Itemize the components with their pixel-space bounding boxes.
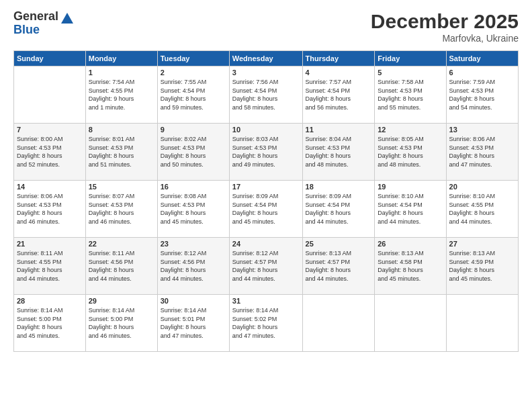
table-row bbox=[302, 295, 375, 352]
header: General Blue December 2025 Marfovka, Ukr… bbox=[13, 10, 519, 44]
table-row bbox=[446, 295, 518, 352]
day-number: 24 bbox=[232, 240, 300, 248]
table-row: 1Sunrise: 7:54 AMSunset: 4:55 PMDaylight… bbox=[85, 66, 157, 124]
day-number: 4 bbox=[306, 68, 372, 77]
day-info: Sunrise: 8:10 AMSunset: 4:55 PMDaylight:… bbox=[449, 192, 515, 226]
logo: General Blue bbox=[13, 10, 75, 37]
table-row: 27Sunrise: 8:13 AMSunset: 4:59 PMDayligh… bbox=[446, 238, 518, 295]
day-info: Sunrise: 8:11 AMSunset: 4:55 PMDaylight:… bbox=[17, 249, 83, 283]
day-info: Sunrise: 8:02 AMSunset: 4:53 PMDaylight:… bbox=[161, 135, 226, 169]
day-info: Sunrise: 8:09 AMSunset: 4:54 PMDaylight:… bbox=[306, 192, 372, 226]
day-info: Sunrise: 8:09 AMSunset: 4:54 PMDaylight:… bbox=[232, 192, 300, 226]
table-row: 12Sunrise: 8:05 AMSunset: 4:53 PMDayligh… bbox=[375, 124, 446, 181]
day-info: Sunrise: 8:04 AMSunset: 4:53 PMDaylight:… bbox=[306, 135, 372, 169]
table-row: 5Sunrise: 7:58 AMSunset: 4:53 PMDaylight… bbox=[375, 66, 446, 124]
calendar-week-row: 1Sunrise: 7:54 AMSunset: 4:55 PMDaylight… bbox=[14, 66, 519, 124]
day-info: Sunrise: 8:00 AMSunset: 4:53 PMDaylight:… bbox=[17, 135, 83, 169]
location-subtitle: Marfovka, Ukraine bbox=[371, 33, 519, 44]
day-number: 19 bbox=[378, 183, 443, 191]
table-row: 13Sunrise: 8:06 AMSunset: 4:53 PMDayligh… bbox=[446, 124, 518, 181]
title-block: December 2025 Marfovka, Ukraine bbox=[371, 10, 519, 44]
table-row: 9Sunrise: 8:02 AMSunset: 4:53 PMDaylight… bbox=[157, 124, 229, 181]
day-info: Sunrise: 7:56 AMSunset: 4:54 PMDaylight:… bbox=[232, 78, 300, 111]
calendar-table: Sunday Monday Tuesday Wednesday Thursday… bbox=[13, 50, 519, 352]
table-row: 26Sunrise: 8:13 AMSunset: 4:58 PMDayligh… bbox=[375, 238, 446, 295]
day-info: Sunrise: 8:07 AMSunset: 4:53 PMDaylight:… bbox=[89, 192, 154, 226]
day-number: 8 bbox=[89, 126, 154, 134]
day-info: Sunrise: 7:54 AMSunset: 4:55 PMDaylight:… bbox=[89, 78, 154, 111]
header-tuesday: Tuesday bbox=[157, 51, 229, 66]
table-row: 8Sunrise: 8:01 AMSunset: 4:53 PMDaylight… bbox=[85, 124, 157, 181]
table-row: 18Sunrise: 8:09 AMSunset: 4:54 PMDayligh… bbox=[302, 181, 375, 238]
calendar-header-row: Sunday Monday Tuesday Wednesday Thursday… bbox=[14, 51, 519, 66]
table-row: 2Sunrise: 7:55 AMSunset: 4:54 PMDaylight… bbox=[157, 66, 229, 124]
day-info: Sunrise: 8:14 AMSunset: 5:00 PMDaylight:… bbox=[17, 306, 83, 340]
table-row: 4Sunrise: 7:57 AMSunset: 4:54 PMDaylight… bbox=[302, 66, 375, 124]
table-row: 25Sunrise: 8:13 AMSunset: 4:57 PMDayligh… bbox=[302, 238, 375, 295]
table-row: 7Sunrise: 8:00 AMSunset: 4:53 PMDaylight… bbox=[14, 124, 86, 181]
day-number: 12 bbox=[378, 126, 443, 134]
day-number: 6 bbox=[449, 68, 515, 77]
day-number: 25 bbox=[306, 240, 372, 248]
logo-icon bbox=[60, 11, 75, 26]
table-row: 16Sunrise: 8:08 AMSunset: 4:53 PMDayligh… bbox=[157, 181, 229, 238]
day-number: 28 bbox=[17, 297, 83, 305]
table-row: 29Sunrise: 8:14 AMSunset: 5:00 PMDayligh… bbox=[85, 295, 157, 352]
day-info: Sunrise: 8:13 AMSunset: 4:58 PMDaylight:… bbox=[378, 249, 443, 283]
header-thursday: Thursday bbox=[302, 51, 375, 66]
header-monday: Monday bbox=[85, 51, 157, 66]
table-row: 15Sunrise: 8:07 AMSunset: 4:53 PMDayligh… bbox=[85, 181, 157, 238]
page: General Blue December 2025 Marfovka, Ukr… bbox=[0, 0, 532, 411]
calendar-week-row: 7Sunrise: 8:00 AMSunset: 4:53 PMDaylight… bbox=[14, 124, 519, 181]
day-number: 3 bbox=[232, 68, 300, 77]
day-number: 17 bbox=[232, 183, 300, 191]
day-info: Sunrise: 8:14 AMSunset: 5:01 PMDaylight:… bbox=[161, 306, 226, 340]
day-info: Sunrise: 8:12 AMSunset: 4:56 PMDaylight:… bbox=[161, 249, 226, 283]
day-info: Sunrise: 8:11 AMSunset: 4:56 PMDaylight:… bbox=[89, 249, 154, 283]
table-row: 24Sunrise: 8:12 AMSunset: 4:57 PMDayligh… bbox=[229, 238, 302, 295]
day-info: Sunrise: 8:13 AMSunset: 4:57 PMDaylight:… bbox=[306, 249, 372, 283]
table-row: 20Sunrise: 8:10 AMSunset: 4:55 PMDayligh… bbox=[446, 181, 518, 238]
day-number: 16 bbox=[161, 183, 226, 191]
table-row: 31Sunrise: 8:14 AMSunset: 5:02 PMDayligh… bbox=[229, 295, 302, 352]
day-info: Sunrise: 8:08 AMSunset: 4:53 PMDaylight:… bbox=[161, 192, 226, 226]
day-number: 31 bbox=[232, 297, 300, 305]
day-number: 22 bbox=[89, 240, 154, 248]
day-info: Sunrise: 7:58 AMSunset: 4:53 PMDaylight:… bbox=[378, 78, 443, 111]
day-info: Sunrise: 8:14 AMSunset: 5:02 PMDaylight:… bbox=[232, 306, 300, 340]
day-info: Sunrise: 7:57 AMSunset: 4:54 PMDaylight:… bbox=[306, 78, 372, 111]
table-row: 19Sunrise: 8:10 AMSunset: 4:54 PMDayligh… bbox=[375, 181, 446, 238]
calendar-week-row: 28Sunrise: 8:14 AMSunset: 5:00 PMDayligh… bbox=[14, 295, 519, 352]
day-info: Sunrise: 8:01 AMSunset: 4:53 PMDaylight:… bbox=[89, 135, 154, 169]
calendar-week-row: 21Sunrise: 8:11 AMSunset: 4:55 PMDayligh… bbox=[14, 238, 519, 295]
day-number: 11 bbox=[306, 126, 372, 134]
table-row: 17Sunrise: 8:09 AMSunset: 4:54 PMDayligh… bbox=[229, 181, 302, 238]
table-row: 11Sunrise: 8:04 AMSunset: 4:53 PMDayligh… bbox=[302, 124, 375, 181]
day-number: 26 bbox=[378, 240, 443, 248]
svg-marker-0 bbox=[61, 13, 73, 24]
day-info: Sunrise: 8:05 AMSunset: 4:53 PMDaylight:… bbox=[378, 135, 443, 169]
table-row: 23Sunrise: 8:12 AMSunset: 4:56 PMDayligh… bbox=[157, 238, 229, 295]
day-number: 23 bbox=[161, 240, 226, 248]
day-number: 29 bbox=[89, 297, 154, 305]
day-info: Sunrise: 8:03 AMSunset: 4:53 PMDaylight:… bbox=[232, 135, 300, 169]
header-sunday: Sunday bbox=[14, 51, 86, 66]
day-number: 2 bbox=[161, 68, 226, 77]
header-wednesday: Wednesday bbox=[229, 51, 302, 66]
logo-blue: Blue bbox=[13, 24, 58, 37]
day-info: Sunrise: 8:14 AMSunset: 5:00 PMDaylight:… bbox=[89, 306, 154, 340]
table-row: 22Sunrise: 8:11 AMSunset: 4:56 PMDayligh… bbox=[85, 238, 157, 295]
day-info: Sunrise: 8:06 AMSunset: 4:53 PMDaylight:… bbox=[449, 135, 515, 169]
logo-general: General bbox=[13, 10, 58, 24]
table-row: 28Sunrise: 8:14 AMSunset: 5:00 PMDayligh… bbox=[14, 295, 86, 352]
header-friday: Friday bbox=[375, 51, 446, 66]
day-number: 14 bbox=[17, 183, 83, 191]
day-number: 15 bbox=[89, 183, 154, 191]
table-row: 3Sunrise: 7:56 AMSunset: 4:54 PMDaylight… bbox=[229, 66, 302, 124]
day-number: 18 bbox=[306, 183, 372, 191]
day-number: 10 bbox=[232, 126, 300, 134]
day-info: Sunrise: 8:13 AMSunset: 4:59 PMDaylight:… bbox=[449, 249, 515, 283]
day-number: 9 bbox=[161, 126, 226, 134]
table-row: 10Sunrise: 8:03 AMSunset: 4:53 PMDayligh… bbox=[229, 124, 302, 181]
day-info: Sunrise: 7:59 AMSunset: 4:53 PMDaylight:… bbox=[449, 78, 515, 111]
